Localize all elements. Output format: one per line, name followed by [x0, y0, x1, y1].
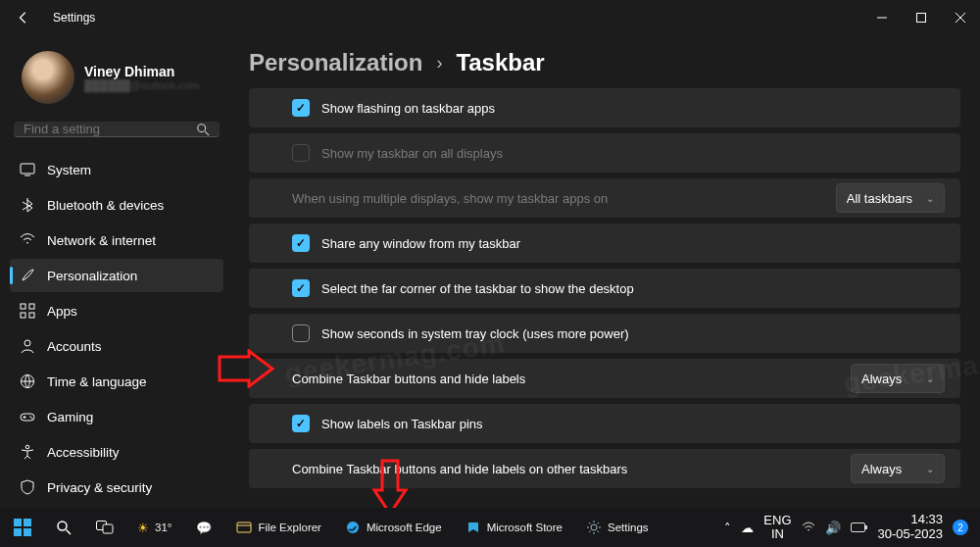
checkbox[interactable] [292, 324, 310, 342]
sidebar-item-apps[interactable]: Apps [10, 294, 223, 327]
weather-widget[interactable]: ☀ 31° [129, 513, 179, 542]
apps-icon [20, 303, 35, 319]
svg-rect-3 [21, 304, 25, 309]
maximize-button[interactable] [902, 0, 941, 35]
setting-row[interactable]: Select the far corner of the taskbar to … [249, 269, 960, 308]
breadcrumb-parent[interactable]: Personalization [249, 49, 422, 76]
setting-row[interactable]: Share any window from my taskbar [249, 224, 960, 263]
sidebar-item-network-internet[interactable]: Network & internet [10, 224, 223, 257]
taskbar-search-button[interactable] [47, 513, 80, 542]
taskbar-app-microsoft-store[interactable]: Microsoft Store [458, 513, 570, 542]
taskbar-app-file-explorer[interactable]: File Explorer [228, 513, 329, 542]
svg-rect-20 [237, 522, 251, 532]
search-input[interactable] [24, 122, 196, 136]
avatar [22, 51, 74, 104]
checkbox[interactable] [292, 234, 310, 252]
shield-icon [20, 479, 35, 495]
profile-card[interactable]: Viney Dhiman ██████@outlook.com [10, 35, 223, 118]
checkbox[interactable] [292, 99, 310, 117]
sidebar-item-personalization[interactable]: Personalization [10, 259, 223, 292]
tray-chevron-icon[interactable]: ˄ [724, 521, 731, 535]
checkbox[interactable] [292, 279, 310, 297]
window-title: Settings [53, 11, 95, 25]
chevron-down-icon: ⌄ [926, 464, 934, 474]
wifi-tray-icon[interactable] [802, 522, 815, 533]
close-button[interactable] [941, 0, 980, 35]
svg-rect-9 [21, 414, 34, 421]
svg-point-1 [198, 124, 206, 131]
minimize-button[interactable] [862, 0, 902, 35]
volume-icon[interactable]: 🔊 [825, 521, 841, 535]
back-button[interactable] [10, 0, 37, 35]
sidebar-item-accounts[interactable]: Accounts [10, 329, 223, 363]
sidebar-item-bluetooth-devices[interactable]: Bluetooth & devices [10, 188, 223, 222]
setting-label: Show labels on Taskbar pins [321, 417, 945, 431]
sidebar-item-privacy-security[interactable]: Privacy & security [10, 471, 223, 504]
system-icon [20, 162, 35, 177]
chevron-right-icon: › [436, 53, 442, 74]
sidebar-item-label: Time & language [47, 374, 147, 389]
sidebar-item-system[interactable]: System [10, 153, 223, 186]
checkbox[interactable] [292, 415, 310, 432]
sidebar-item-label: System [47, 163, 91, 177]
sidebar-item-label: Accessibility [47, 445, 120, 460]
settings-panel: Show flashing on taskbar appsShow my tas… [249, 88, 960, 488]
taskbar-app-settings[interactable]: Settings [578, 513, 657, 542]
system-tray[interactable]: ˄ ☁ ENG IN 🔊 [724, 514, 867, 540]
svg-rect-4 [29, 304, 34, 309]
profile-name: Viney Dhiman [84, 64, 199, 79]
gamepad-icon [20, 409, 35, 424]
svg-rect-5 [21, 313, 25, 318]
os-taskbar: ☀ 31° 💬 File ExplorerMicrosoft EdgeMicro… [0, 508, 980, 547]
svg-rect-13 [14, 519, 22, 526]
svg-rect-19 [103, 524, 113, 533]
setting-row[interactable]: Show seconds in system tray clock (uses … [249, 314, 960, 353]
svg-point-7 [24, 340, 30, 346]
app-icon [586, 520, 602, 535]
breadcrumb-current: Taskbar [456, 49, 544, 76]
setting-label: Combine Taskbar buttons and hide labels … [292, 462, 839, 476]
app-icon [236, 520, 252, 535]
person-icon [20, 338, 35, 354]
setting-label: When using multiple displays, show my ta… [292, 191, 824, 206]
svg-rect-23 [851, 523, 864, 532]
search-box[interactable] [14, 122, 220, 137]
svg-rect-24 [865, 525, 867, 529]
svg-rect-14 [24, 519, 31, 526]
start-button[interactable] [6, 513, 39, 542]
sidebar-item-accessibility[interactable]: Accessibility [10, 435, 223, 469]
setting-row[interactable]: When using multiple displays, show my ta… [249, 178, 960, 218]
setting-row[interactable]: Combine Taskbar buttons and hide labelsA… [249, 359, 960, 398]
taskbar-app-microsoft-edge[interactable]: Microsoft Edge [337, 513, 450, 542]
svg-point-10 [29, 416, 31, 418]
breadcrumb: Personalization › Taskbar [249, 49, 960, 76]
dropdown[interactable]: Always⌄ [851, 364, 945, 393]
dropdown[interactable]: All taskbars⌄ [836, 183, 945, 213]
sidebar-item-label: Gaming [47, 410, 93, 424]
sidebar-item-gaming[interactable]: Gaming [10, 400, 223, 433]
svg-point-17 [58, 522, 67, 530]
sidebar: Viney Dhiman ██████@outlook.com SystemBl… [0, 35, 233, 508]
notifications-badge[interactable]: 2 [953, 520, 968, 535]
setting-row[interactable]: Show labels on Taskbar pins [249, 404, 960, 443]
bluetooth-icon [20, 197, 35, 213]
svg-rect-6 [29, 313, 34, 318]
setting-row: Show my taskbar on all displays [249, 133, 960, 173]
setting-row[interactable]: Combine Taskbar buttons and hide labels … [249, 449, 960, 488]
sidebar-item-label: Network & internet [47, 233, 156, 248]
sidebar-item-label: Apps [47, 304, 77, 319]
globe-icon [20, 373, 35, 389]
sidebar-item-time-language[interactable]: Time & language [10, 365, 223, 398]
battery-icon[interactable] [851, 522, 868, 532]
taskbar-chat-button[interactable]: 💬 [187, 513, 220, 542]
onedrive-icon[interactable]: ☁ [741, 521, 754, 535]
svg-rect-2 [21, 164, 34, 174]
setting-row[interactable]: Show flashing on taskbar apps [249, 88, 960, 127]
dropdown[interactable]: Always⌄ [851, 454, 945, 483]
setting-label: Select the far corner of the taskbar to … [321, 281, 945, 296]
taskbar-clock[interactable]: 14:33 30-05-2023 [878, 513, 944, 542]
setting-label: Show my taskbar on all displays [321, 146, 945, 161]
checkbox [292, 144, 310, 162]
svg-point-12 [25, 445, 29, 449]
taskview-button[interactable] [88, 513, 122, 542]
